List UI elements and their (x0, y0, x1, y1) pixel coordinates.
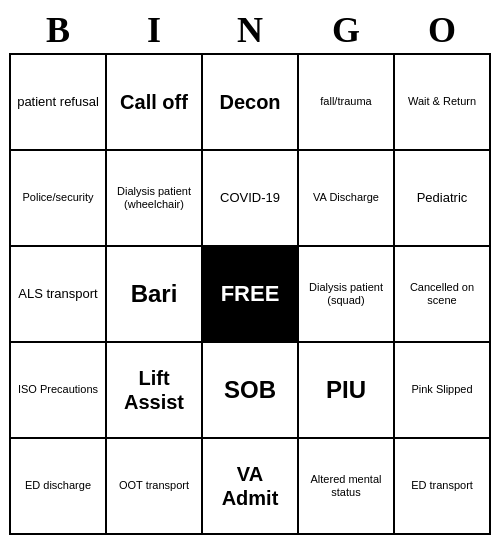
cell-0-3: fall/trauma (299, 55, 395, 151)
cell-1-1: Dialysis patient (wheelchair) (107, 151, 203, 247)
cell-2-3: Dialysis patient (squad) (299, 247, 395, 343)
cell-0-0: patient refusal (11, 55, 107, 151)
cell-4-1: OOT transport (107, 439, 203, 535)
cell-4-2: VA Admit (203, 439, 299, 535)
cell-1-0: Police/security (11, 151, 107, 247)
header-letter-I: I (106, 9, 202, 51)
cell-3-4: Pink Slipped (395, 343, 491, 439)
cell-1-2: COVID-19 (203, 151, 299, 247)
cell-2-1: Bari (107, 247, 203, 343)
cell-3-2: SOB (203, 343, 299, 439)
cell-4-3: Altered mental status (299, 439, 395, 535)
cell-2-2: FREE (203, 247, 299, 343)
cell-2-0: ALS transport (11, 247, 107, 343)
cell-0-4: Wait & Return (395, 55, 491, 151)
cell-1-3: VA Discharge (299, 151, 395, 247)
cell-0-1: Call off (107, 55, 203, 151)
bingo-header: BINGO (10, 9, 490, 51)
cell-3-1: Lift Assist (107, 343, 203, 439)
bingo-grid: patient refusalCall offDeconfall/traumaW… (9, 53, 491, 535)
cell-2-4: Cancelled on scene (395, 247, 491, 343)
bingo-card: BINGO patient refusalCall offDeconfall/t… (10, 9, 490, 535)
header-letter-G: G (298, 9, 394, 51)
header-letter-B: B (10, 9, 106, 51)
header-letter-N: N (202, 9, 298, 51)
header-letter-O: O (394, 9, 490, 51)
cell-1-4: Pediatric (395, 151, 491, 247)
cell-3-0: ISO Precautions (11, 343, 107, 439)
cell-3-3: PIU (299, 343, 395, 439)
cell-4-0: ED discharge (11, 439, 107, 535)
cell-0-2: Decon (203, 55, 299, 151)
cell-4-4: ED transport (395, 439, 491, 535)
